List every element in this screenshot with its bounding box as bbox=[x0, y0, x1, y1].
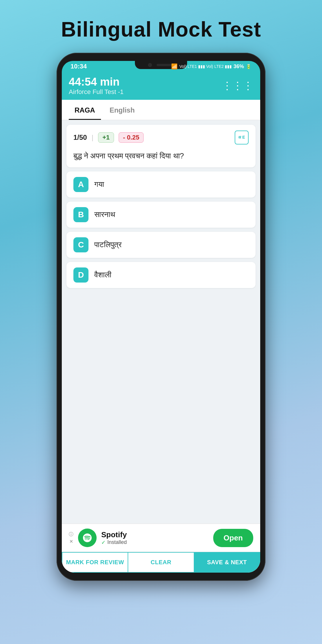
option-c[interactable]: C पाटलिपुत्र bbox=[66, 232, 256, 258]
phone-notch: 10:34 📶 Vol) LTE1 ▮▮▮ Vol) LTE2 ▮▮▮ 36% … bbox=[62, 61, 260, 72]
test-name: Airforce Full Test -1 bbox=[69, 88, 124, 96]
option-c-text: पाटलिपुत्र bbox=[94, 240, 122, 249]
question-number: 1/50 bbox=[73, 133, 87, 142]
tab-raga[interactable]: RAGA bbox=[69, 100, 101, 120]
option-d-text: वैशाली bbox=[94, 270, 111, 279]
lang-toggle-icon[interactable]: अ E bbox=[235, 131, 249, 144]
ad-info: Spotify ✓ Installed bbox=[101, 530, 209, 546]
tab-english[interactable]: English bbox=[104, 100, 141, 120]
battery-icon: 🔋 bbox=[246, 64, 252, 69]
status-icons: 📶 Vol) LTE1 ▮▮▮ Vol) LTE2 ▮▮▮ 36% 🔋 bbox=[171, 63, 252, 70]
option-a[interactable]: A गया bbox=[66, 171, 256, 198]
battery-level: 36% bbox=[234, 64, 244, 70]
option-b[interactable]: B सारनाथ bbox=[66, 202, 256, 228]
question-meta-row: 1/50 | +1 - 0.25 अ E bbox=[73, 131, 249, 144]
ad-open-button[interactable]: Open bbox=[213, 529, 253, 547]
question-card: 1/50 | +1 - 0.25 अ E बुद्ध ने अपना प्रथम… bbox=[66, 125, 256, 167]
signal-text: Vol) LTE1 ▮▮▮ Vol) LTE2 ▮▮▮ bbox=[179, 64, 232, 69]
option-a-text: गया bbox=[94, 180, 104, 189]
plus-mark-badge: +1 bbox=[98, 132, 114, 143]
page-title: Bilingual Mock Test bbox=[61, 17, 261, 41]
info-icon[interactable]: ⓘ bbox=[69, 531, 73, 538]
phone-frame: 10:34 📶 Vol) LTE1 ▮▮▮ Vol) LTE2 ▮▮▮ 36% … bbox=[57, 53, 265, 581]
mark-for-review-button[interactable]: MARK FOR REVIEW bbox=[62, 552, 128, 573]
lang-icon-text: अ E bbox=[238, 135, 245, 140]
timer-display: 44:54 min bbox=[69, 76, 124, 88]
neg-mark-badge: - 0.25 bbox=[119, 132, 144, 143]
language-tabs: RAGA English bbox=[62, 100, 260, 120]
ad-brand-name: Spotify bbox=[101, 530, 209, 539]
option-b-text: सारनाथ bbox=[94, 210, 115, 219]
save-next-button[interactable]: SAVE & NEXT bbox=[194, 552, 260, 573]
spotify-icon bbox=[82, 533, 93, 543]
question-text: बुद्ध ने अपना प्रथम प्रवचन कहां दिया था? bbox=[73, 150, 249, 162]
app-header: 44:54 min Airforce Full Test -1 ⋮⋮⋮ bbox=[62, 72, 260, 100]
status-time: 10:34 bbox=[70, 63, 87, 70]
wifi-icon: 📶 bbox=[171, 63, 178, 70]
option-d[interactable]: D वैशाली bbox=[66, 262, 256, 288]
phone-screen: 44:54 min Airforce Full Test -1 ⋮⋮⋮ RAGA… bbox=[62, 72, 260, 573]
close-ad-icon[interactable]: ✕ bbox=[69, 539, 73, 544]
meta-divider: | bbox=[92, 133, 93, 142]
header-left: 44:54 min Airforce Full Test -1 bbox=[69, 76, 124, 96]
option-c-letter: C bbox=[73, 237, 88, 252]
option-b-letter: B bbox=[73, 207, 88, 222]
option-a-letter: A bbox=[73, 177, 88, 192]
check-icon: ✓ bbox=[101, 539, 106, 546]
ad-banner: ⓘ ✕ Spotify ✓ Installed Open bbox=[62, 524, 260, 552]
ad-sub-text: ✓ Installed bbox=[101, 539, 209, 546]
option-d-letter: D bbox=[73, 267, 88, 283]
content-area: 1/50 | +1 - 0.25 अ E बुद्ध ने अपना प्रथम… bbox=[62, 120, 260, 524]
ad-brand-icon-wrap bbox=[78, 529, 97, 547]
clear-button[interactable]: CLEAR bbox=[128, 552, 194, 573]
bottom-actions-bar: MARK FOR REVIEW CLEAR SAVE & NEXT bbox=[62, 552, 260, 573]
installed-label: Installed bbox=[107, 539, 127, 545]
ad-close-info: ⓘ ✕ bbox=[69, 531, 73, 544]
grid-menu-button[interactable]: ⋮⋮⋮ bbox=[222, 80, 253, 92]
front-camera bbox=[148, 63, 152, 67]
